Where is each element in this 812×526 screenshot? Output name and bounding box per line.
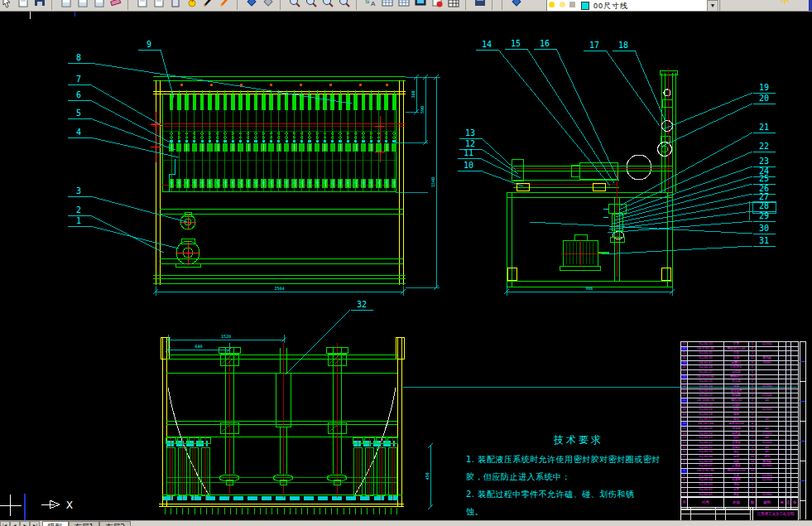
parts-cell bbox=[757, 483, 779, 487]
paste-icon[interactable] bbox=[169, 0, 185, 10]
parts-cell: 小车 bbox=[724, 351, 749, 355]
parts-cell: 螺栓M12×40 bbox=[724, 347, 749, 351]
parts-cell: 水泵 bbox=[724, 488, 749, 492]
svg-text:906: 906 bbox=[585, 286, 593, 291]
svg-text:590: 590 bbox=[420, 106, 425, 113]
svg-text:1540: 1540 bbox=[430, 177, 435, 187]
tab-nav-button[interactable]: |◄ bbox=[0, 521, 10, 526]
dropdown-caret-icon[interactable]: ▼ bbox=[707, 0, 718, 12]
zoom-realtime-icon[interactable] bbox=[288, 0, 305, 10]
tab-model[interactable]: 模型 bbox=[42, 521, 69, 526]
parts-cell bbox=[757, 488, 779, 492]
parts-list-rows: 33YLJ-00-33护罩1Q235A32GB 5782-86螺栓M12×408… bbox=[681, 342, 798, 497]
parts-cell bbox=[791, 342, 798, 346]
parts-cell bbox=[779, 464, 786, 468]
parts-cell: 13 bbox=[681, 436, 688, 440]
parts-cell: 行程开关 bbox=[724, 365, 749, 369]
parts-cell bbox=[791, 365, 798, 369]
pointer-icon[interactable] bbox=[0, 0, 17, 10]
cad-application-window: 360590154025049061520640450 987654321141… bbox=[0, 0, 812, 526]
parts-cell bbox=[791, 455, 798, 459]
svg-text:360: 360 bbox=[411, 90, 416, 98]
parts-cell bbox=[791, 393, 798, 398]
parts-cell bbox=[779, 398, 786, 403]
parts-cell: 2 bbox=[749, 417, 757, 422]
plot-icon[interactable] bbox=[93, 0, 109, 10]
tab-layout[interactable]: 布局1 bbox=[69, 521, 100, 526]
layer-select[interactable]: 00尺寸线 ▼ bbox=[546, 0, 720, 12]
parts-cell: 9 bbox=[681, 455, 688, 459]
dim-style-icon[interactable] bbox=[381, 0, 397, 10]
markup-icon[interactable] bbox=[430, 0, 447, 10]
parts-cell: 16 bbox=[681, 422, 688, 426]
spell-icon[interactable] bbox=[109, 0, 126, 10]
parts-cell bbox=[779, 427, 786, 431]
parts-cell: Q235A bbox=[757, 384, 779, 388]
parts-cell: 活塞杆 bbox=[724, 446, 749, 450]
tech-line: 1. 装配液压系统时允许使用密封胶对密封圈或密封 bbox=[466, 451, 691, 468]
parts-cell: 24 bbox=[681, 384, 688, 388]
parts-cell bbox=[786, 450, 792, 454]
parts-cell: YLJ-00-17 bbox=[688, 417, 724, 422]
parts-cell: YLJ-00-10 bbox=[688, 450, 724, 454]
tab-nav-button[interactable]: ►| bbox=[30, 521, 40, 526]
parts-cell: 32 bbox=[749, 356, 757, 360]
svg-text:20: 20 bbox=[759, 94, 769, 103]
parts-cell: YLJ-00-28 bbox=[688, 365, 724, 369]
parts-cell bbox=[786, 398, 792, 403]
parts-cell: 2 bbox=[681, 488, 688, 492]
svg-text:23: 23 bbox=[759, 157, 769, 166]
parts-cell bbox=[779, 351, 786, 355]
print-icon[interactable] bbox=[60, 0, 76, 10]
parts-cell bbox=[791, 460, 798, 464]
parts-cell: 1 bbox=[749, 488, 757, 492]
zoom-window-icon[interactable] bbox=[305, 0, 321, 10]
insert-block-icon[interactable] bbox=[245, 0, 262, 10]
parts-cell bbox=[786, 478, 792, 482]
preview-icon[interactable] bbox=[76, 0, 93, 10]
text-style-icon[interactable]: SA bbox=[364, 0, 381, 10]
copy-icon[interactable] bbox=[152, 0, 169, 10]
cut-icon[interactable] bbox=[136, 0, 152, 10]
parts-cell: 电动机 bbox=[724, 403, 749, 408]
properties-icon[interactable] bbox=[473, 0, 490, 10]
express-tools-icon[interactable] bbox=[778, 0, 795, 7]
parts-cell: Q235A bbox=[757, 493, 779, 497]
make-block-icon[interactable] bbox=[262, 0, 278, 10]
matchprop-icon[interactable] bbox=[185, 0, 202, 10]
render-icon[interactable] bbox=[414, 0, 430, 10]
parts-cell: Q235A bbox=[757, 342, 779, 346]
parts-cell bbox=[791, 441, 798, 445]
redo-icon[interactable] bbox=[219, 0, 235, 10]
parts-cell: YLJ-00-05 bbox=[688, 474, 724, 478]
parts-cell: 底座 bbox=[724, 493, 749, 497]
parts-cell: 水嘴 bbox=[724, 356, 749, 360]
parts-cell bbox=[791, 408, 798, 412]
sheet-grid-icon[interactable] bbox=[447, 0, 464, 10]
parts-cell bbox=[779, 413, 786, 417]
tab-layout[interactable]: 布局2 bbox=[99, 521, 131, 526]
tab-nav-button[interactable]: ◄ bbox=[10, 521, 20, 526]
parts-cell bbox=[779, 347, 786, 351]
parts-cell: 1 bbox=[749, 370, 757, 374]
parts-cell: YLJ-00-08 bbox=[688, 460, 724, 464]
table-style-icon[interactable] bbox=[397, 0, 414, 10]
zoom-extents-icon[interactable] bbox=[338, 0, 354, 10]
undo-icon[interactable] bbox=[202, 0, 219, 10]
parts-cell: 螺栓M16×60 bbox=[724, 469, 749, 473]
parts-cell: 45 bbox=[757, 446, 779, 450]
parts-cell: 15 bbox=[681, 427, 688, 431]
parts-cell bbox=[779, 469, 786, 473]
new-icon[interactable] bbox=[17, 0, 33, 10]
tab-nav-button[interactable]: ► bbox=[20, 521, 30, 526]
parts-cell: 1 bbox=[749, 403, 757, 408]
layers-icon[interactable] bbox=[510, 0, 526, 10]
parts-cell: YLJ-00-09 bbox=[688, 455, 724, 459]
title-block-cell bbox=[726, 508, 751, 514]
zoom-previous-icon[interactable] bbox=[321, 0, 338, 10]
save-icon[interactable] bbox=[33, 0, 50, 10]
parts-list-row: 1YLJ-00-01底座1Q235A bbox=[681, 493, 798, 498]
parts-cell: YLJ-00-14 bbox=[688, 432, 724, 436]
parts-cell: 链轮 bbox=[724, 417, 749, 422]
parts-cell bbox=[779, 393, 786, 398]
